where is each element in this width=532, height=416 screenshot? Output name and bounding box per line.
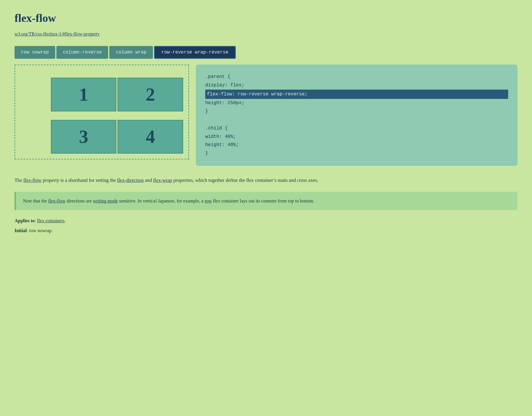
- applies-link-flex-containers[interactable]: flex containers: [37, 218, 65, 223]
- code-line-8: width: 40%;: [205, 134, 236, 139]
- code-line-1: .parent {: [205, 74, 230, 79]
- url-link[interactable]: w3.org/TR/css-flexbox-1/#flex-flow-prope…: [15, 31, 100, 37]
- tab-column-wrap[interactable]: column wrap: [109, 46, 153, 59]
- note-box: Note that the flex-flow directions are w…: [15, 192, 517, 210]
- note-text-middle2: sensitive. In vertical Japanese, for exa…: [118, 198, 205, 203]
- note-link-writing-mode[interactable]: writing mode: [93, 198, 118, 203]
- tabs-row: row nowrap column-reverse column wrap ro…: [15, 46, 517, 59]
- code-line-5: }: [205, 109, 208, 114]
- note-text-after: flex container lays out its contents fro…: [212, 198, 314, 203]
- desc-link-flex-flow[interactable]: flex-flow: [23, 177, 41, 183]
- flex-child-1: 1: [51, 78, 117, 111]
- description-paragraph: The flex-flow property is a shorthand fo…: [15, 176, 517, 185]
- applies-line: Applies to: flex containers.: [15, 218, 517, 223]
- flex-parent: 4 3 2 1: [20, 70, 184, 154]
- code-block: .parent { display: flex; flex-flow: row-…: [196, 65, 517, 166]
- page-title: flex-flow: [15, 12, 517, 24]
- note-link-row[interactable]: row: [205, 198, 212, 203]
- flex-demo-container: 4 3 2 1: [15, 65, 189, 159]
- initial-value: row nowrap.: [29, 228, 53, 233]
- initial-line: Initial: row nowrap.: [15, 228, 517, 233]
- demo-section: 4 3 2 1 .parent { display: flex; flex-fl…: [15, 65, 517, 166]
- flex-child-2: 2: [117, 78, 183, 111]
- code-line-3-highlight: flex-flow: row-reverse wrap-reverse;: [205, 90, 508, 99]
- desc-text-after: properties, which together define the fl…: [172, 177, 318, 183]
- note-text-before: Note that the: [23, 198, 48, 203]
- code-line-10: }: [205, 151, 208, 156]
- flex-child-3: 3: [51, 120, 117, 154]
- desc-link-flex-direction[interactable]: flex-direction: [117, 177, 144, 183]
- applies-suffix: .: [65, 218, 66, 223]
- desc-text-middle2: and: [144, 177, 153, 183]
- code-line-7: .child {: [205, 126, 228, 131]
- tab-row-nowrap[interactable]: row nowrap: [15, 46, 55, 59]
- tab-row-reverse-wrap-reverse[interactable]: row-reverse wrap-reverse: [154, 46, 235, 59]
- initial-label: Initial: [15, 228, 27, 233]
- flex-child-4: 4: [117, 120, 183, 154]
- tab-column-reverse[interactable]: column-reverse: [56, 46, 108, 59]
- code-line-4: height: 250px;: [205, 100, 244, 106]
- note-link-flex-flow[interactable]: flex-flow: [48, 198, 66, 203]
- desc-text-before: The: [15, 177, 23, 183]
- note-text-middle1: directions are: [65, 198, 93, 203]
- applies-label: Applies to: [15, 218, 35, 223]
- desc-link-flex-wrap[interactable]: flex-wrap: [153, 177, 172, 183]
- desc-text-middle1: property is a shorthand for setting the: [42, 177, 117, 183]
- code-line-2: display: flex;: [205, 83, 244, 88]
- code-line-9: height: 40%;: [205, 142, 239, 147]
